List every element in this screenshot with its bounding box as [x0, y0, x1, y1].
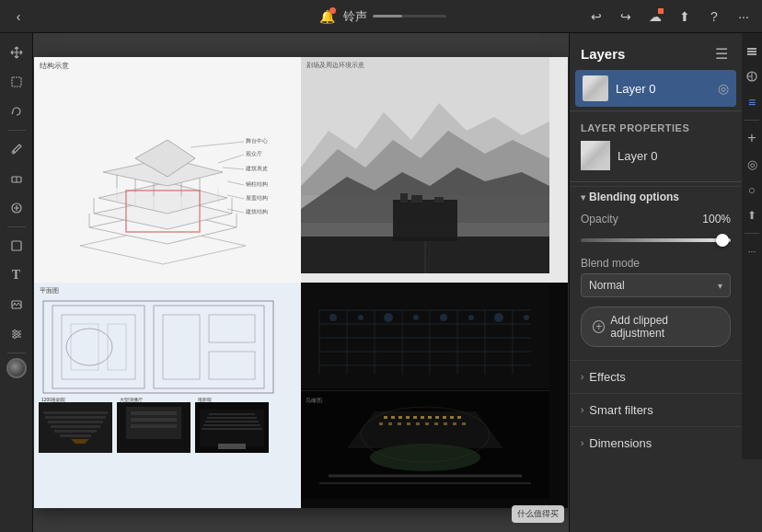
svg-rect-84	[209, 413, 255, 415]
move-tool[interactable]	[3, 39, 30, 66]
smart-filters-section[interactable]: › Smart filters	[570, 393, 742, 426]
canvas-top-row: 结构示意	[34, 57, 568, 283]
svg-line-41	[223, 168, 244, 169]
layers-strip-icon[interactable]	[743, 40, 761, 61]
circle-strip-icon[interactable]: ○	[743, 179, 761, 200]
watermark: 什么值得买	[512, 505, 564, 523]
effects-section[interactable]: › Effects	[570, 360, 742, 393]
image-tool[interactable]	[3, 291, 30, 318]
add-strip-button[interactable]: +	[743, 128, 761, 148]
svg-text:建筑结构: 建筑结构	[245, 209, 268, 214]
export-strip-icon[interactable]: ⬆	[743, 205, 761, 226]
eye-strip-icon[interactable]: ◎	[743, 154, 761, 174]
undo-button[interactable]: ↩	[585, 6, 607, 28]
brush-tool[interactable]	[3, 135, 30, 163]
strip-divider-2	[745, 233, 759, 234]
svg-text:屋盖结构: 屋盖结构	[246, 194, 268, 201]
section-divider-2	[570, 181, 742, 182]
opacity-slider[interactable]	[581, 238, 731, 242]
clone-tool[interactable]	[3, 194, 30, 222]
opacity-label: Opacity	[581, 213, 618, 226]
svg-rect-87	[203, 424, 260, 426]
floor-plan-drawing: 1200座剧院	[34, 283, 283, 499]
svg-rect-69	[45, 416, 106, 419]
redo-button[interactable]: ↪	[615, 6, 637, 28]
svg-rect-129	[457, 416, 461, 419]
notification-badge-dot	[329, 7, 336, 14]
svg-rect-73	[60, 434, 91, 437]
svg-rect-146	[747, 53, 756, 55]
text-tool[interactable]: T	[3, 261, 30, 289]
opacity-slider-container[interactable]	[581, 233, 731, 248]
canvas-top-right: 剧场及周边环境示意	[301, 57, 568, 283]
opacity-thumb[interactable]	[716, 234, 729, 247]
shape-tool[interactable]	[3, 232, 30, 260]
top-bar-right: ↩ ↪ ☁ ⬆ ? ···	[585, 6, 755, 28]
main-content: T 结构示意	[0, 33, 762, 532]
layer-thumbnail	[583, 75, 608, 101]
adjust-tool[interactable]	[3, 320, 30, 348]
svg-text:建筑表皮: 建筑表皮	[245, 166, 268, 171]
adjustments-strip-icon[interactable]	[743, 66, 761, 87]
left-toolbar: T	[0, 33, 33, 532]
svg-rect-51	[411, 195, 422, 202]
axon-drawing: 建筑结构 屋盖结构 钢柱结构 建筑表皮 观众厅 舞台中心	[43, 71, 292, 283]
svg-rect-126	[435, 416, 439, 419]
canvas-area[interactable]: 结构示意	[33, 33, 569, 532]
svg-rect-125	[428, 416, 432, 419]
cloud-badge	[658, 8, 664, 14]
svg-rect-72	[54, 430, 97, 433]
svg-rect-86	[205, 421, 259, 422]
layers-menu-button[interactable]: ☰	[710, 42, 733, 64]
mountain-scene	[301, 57, 549, 273]
svg-rect-49	[393, 200, 457, 241]
svg-text:鸟瞰图: 鸟瞰图	[306, 398, 322, 403]
notification-button[interactable]: 🔔	[316, 6, 338, 28]
svg-rect-119	[384, 416, 387, 419]
more-strip-button[interactable]: ···	[743, 241, 761, 261]
share-button[interactable]: ⬆	[674, 6, 696, 28]
panel-header-icons: ☰	[710, 42, 733, 64]
svg-rect-134	[416, 422, 420, 425]
svg-rect-85	[207, 417, 257, 419]
canvas-bottom-row: 平面图	[34, 283, 568, 508]
back-button[interactable]: ‹	[7, 6, 29, 28]
smart-filters-label: Smart filters	[589, 403, 652, 417]
layer-props-name: Layer 0	[618, 149, 657, 163]
more-button[interactable]: ···	[733, 6, 755, 28]
svg-rect-137	[444, 422, 447, 425]
add-clipped-button[interactable]: + Add clipped adjustment	[581, 306, 731, 347]
progress-fill	[373, 15, 402, 17]
blend-mode-dropdown[interactable]: Normal ▾	[581, 273, 731, 297]
svg-rect-128	[450, 416, 454, 419]
svg-rect-89	[218, 444, 246, 449]
layer-0-item[interactable]: Layer 0 ◎	[575, 70, 736, 107]
svg-point-111	[440, 314, 447, 321]
layer-props-row: Layer 0	[581, 141, 731, 170]
svg-line-40	[227, 181, 244, 185]
svg-text:电影院: 电影院	[198, 397, 212, 402]
blend-mode-arrow-icon: ▾	[718, 281, 722, 291]
dimensions-label: Dimensions	[589, 436, 652, 450]
svg-text:舞台中心: 舞台中心	[246, 137, 268, 144]
layer-visibility-icon[interactable]: ◎	[718, 81, 729, 96]
color-swatch[interactable]	[6, 358, 27, 378]
canvas: 结构示意	[34, 57, 568, 508]
svg-rect-52	[434, 197, 444, 202]
help-button[interactable]: ?	[703, 6, 725, 28]
properties-strip-icon[interactable]: ≡	[743, 92, 761, 112]
svg-text:钢柱结构: 钢柱结构	[245, 181, 268, 187]
progress-bar	[373, 15, 446, 17]
svg-point-109	[384, 313, 393, 322]
svg-rect-135	[425, 422, 429, 425]
svg-rect-0	[12, 77, 21, 87]
dimensions-section[interactable]: › Dimensions	[570, 426, 742, 459]
svg-point-9	[13, 336, 16, 339]
cloud-button[interactable]: ☁	[644, 6, 666, 28]
strip-divider-1	[745, 120, 759, 121]
select-tool[interactable]	[3, 68, 30, 96]
panel-icon-strip: ≡ + ◎ ○ ⬆ ···	[742, 33, 762, 459]
eraser-tool[interactable]	[3, 165, 30, 192]
canvas-bottom-left: 平面图	[34, 283, 301, 508]
lasso-tool[interactable]	[3, 98, 30, 125]
